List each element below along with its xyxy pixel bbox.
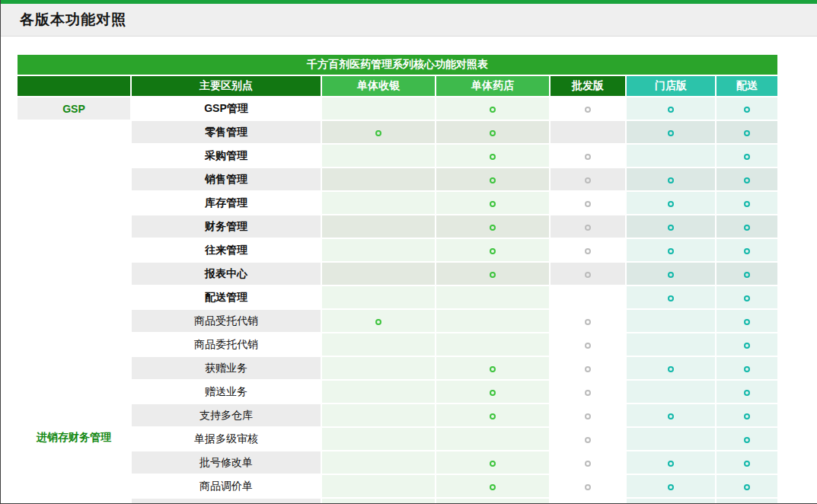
feature-cell <box>436 333 549 356</box>
feature-cell <box>436 428 549 450</box>
available-marker-icon <box>490 177 496 183</box>
feature-cell <box>322 192 435 214</box>
available-marker-icon <box>744 413 750 419</box>
feature-cell <box>627 404 715 426</box>
table-header-row: 主要区别点 单体收银 单体药店 批发版 门店版 配送 <box>18 76 777 96</box>
feature-cell <box>551 475 625 497</box>
available-marker-icon <box>490 130 496 136</box>
feature-cell <box>322 239 435 261</box>
header-cell-version: 单体收银 <box>322 76 435 96</box>
feature-cell <box>716 145 777 167</box>
feature-cell <box>627 333 715 356</box>
feature-cell <box>322 499 435 504</box>
available-marker-icon <box>490 154 496 160</box>
table-row: 赠送业务 <box>18 381 777 403</box>
feature-cell <box>716 168 777 190</box>
table-row: 报表中心 <box>18 263 777 285</box>
available-marker-icon <box>668 225 674 231</box>
available-marker-icon <box>668 413 674 419</box>
available-marker-icon <box>490 225 496 231</box>
comparison-table-container: 千方百剂医药管理系列核心功能对照表 主要区别点 单体收银 单体药店 批发版 门店… <box>16 53 779 504</box>
feature-cell <box>551 381 625 403</box>
comparison-table: 千方百剂医药管理系列核心功能对照表 主要区别点 单体收银 单体药店 批发版 门店… <box>16 53 779 504</box>
feature-cell <box>436 263 549 285</box>
feature-cell <box>436 310 549 332</box>
available-marker-icon <box>668 107 674 113</box>
feature-cell <box>322 428 435 450</box>
available-marker-icon <box>744 177 750 183</box>
feature-cell <box>436 357 549 379</box>
feature-cell <box>627 263 715 285</box>
available-marker-icon <box>585 272 591 278</box>
feature-cell <box>551 192 625 214</box>
available-marker-icon <box>375 130 381 136</box>
feature-cell <box>716 404 777 426</box>
feature-name: 获赠业务 <box>132 357 321 379</box>
available-marker-icon <box>585 366 591 372</box>
feature-cell <box>627 97 715 120</box>
header-cell-version: 批发版 <box>551 76 625 96</box>
feature-name <box>132 499 321 504</box>
available-marker-icon <box>585 461 591 467</box>
feature-cell <box>436 499 549 504</box>
table-row: 商品受托代销 <box>18 310 777 332</box>
available-marker-icon <box>668 130 674 136</box>
header-cell-version: 配送 <box>716 76 777 96</box>
table-row-partial <box>18 499 777 504</box>
available-marker-icon <box>744 461 750 467</box>
available-marker-icon <box>585 484 591 490</box>
feature-cell <box>436 121 549 143</box>
feature-cell <box>716 381 777 403</box>
feature-cell <box>551 145 625 167</box>
available-marker-icon <box>668 201 674 207</box>
available-marker-icon <box>585 248 591 254</box>
available-marker-icon <box>585 107 591 113</box>
available-marker-icon <box>744 366 750 372</box>
available-marker-icon <box>490 413 496 419</box>
available-marker-icon <box>668 295 674 301</box>
feature-name: 批号修改单 <box>132 451 321 474</box>
feature-cell <box>716 499 777 504</box>
feature-cell <box>322 168 435 190</box>
feature-cell <box>716 121 777 143</box>
available-marker-icon <box>490 272 496 278</box>
feature-cell <box>322 475 435 497</box>
feature-cell <box>436 97 549 120</box>
feature-cell <box>322 121 435 143</box>
available-marker-icon <box>668 484 674 490</box>
available-marker-icon <box>668 366 674 372</box>
feature-name: 销售管理 <box>132 168 321 190</box>
feature-cell <box>716 475 777 497</box>
feature-cell <box>551 357 625 379</box>
feature-cell <box>627 168 715 190</box>
feature-cell <box>627 145 715 167</box>
feature-name: 往来管理 <box>132 239 321 261</box>
feature-cell <box>551 428 625 450</box>
available-marker-icon <box>490 461 496 467</box>
available-marker-icon <box>744 484 750 490</box>
available-marker-icon <box>744 225 750 231</box>
feature-cell <box>716 97 777 120</box>
feature-cell <box>436 475 549 497</box>
feature-name: 零售管理 <box>132 121 321 143</box>
feature-name: 采购管理 <box>132 145 321 167</box>
feature-cell <box>436 381 549 403</box>
available-marker-icon <box>744 107 750 113</box>
feature-cell <box>716 333 777 356</box>
feature-cell <box>716 428 777 450</box>
feature-cell <box>716 239 777 261</box>
feature-cell <box>716 451 777 474</box>
feature-name: 库存管理 <box>132 192 321 214</box>
feature-cell <box>322 451 435 474</box>
feature-cell <box>436 215 549 238</box>
available-marker-icon <box>585 201 591 207</box>
available-marker-icon <box>668 272 674 278</box>
row-group-label: GSP <box>18 97 130 120</box>
feature-cell <box>322 381 435 403</box>
feature-name: 商品调价单 <box>132 475 321 497</box>
feature-cell <box>322 286 435 308</box>
available-marker-icon <box>744 130 750 136</box>
feature-name: 配送管理 <box>132 286 321 308</box>
table-row: 支持多仓库 <box>18 404 777 426</box>
feature-cell <box>551 263 625 285</box>
